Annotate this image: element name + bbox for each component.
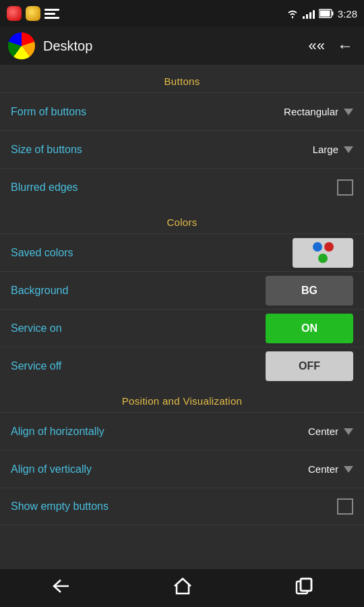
nav-back-icon — [51, 579, 70, 594]
service-off-button[interactable]: OFF — [266, 351, 353, 381]
form-dropdown-arrow — [344, 109, 353, 115]
blurred-edges-label: Blurred edges — [11, 181, 78, 194]
show-empty-buttons-row: Show empty buttons — [0, 488, 364, 525]
buttons-section-header: Buttons — [0, 65, 364, 92]
form-of-buttons-row: Form of buttons Rectangular — [0, 92, 364, 130]
align-v-dropdown-arrow — [344, 466, 353, 473]
color-dots — [311, 242, 335, 263]
service-off-label: Service off — [11, 360, 61, 372]
status-icons-left — [7, 6, 59, 21]
saved-colors-swatch[interactable] — [293, 238, 353, 268]
form-of-buttons-label: Form of buttons — [11, 106, 86, 118]
position-section-header: Position and Visualization — [0, 384, 364, 412]
status-time: 3:28 — [338, 8, 357, 20]
dot-red — [324, 242, 334, 252]
saved-colors-label: Saved colors — [11, 247, 73, 259]
size-of-buttons-row: Size of buttons Large — [0, 130, 364, 168]
saved-colors-row: Saved colors — [0, 233, 364, 271]
align-vertically-label: Align of vertically — [11, 463, 92, 475]
nav-home-button[interactable] — [160, 572, 206, 604]
content-area: Buttons Form of buttons Rectangular Size… — [0, 65, 364, 569]
show-empty-buttons-label: Show empty buttons — [11, 500, 109, 513]
dot-blue — [313, 242, 322, 252]
align-h-dropdown-arrow — [344, 428, 353, 435]
blurred-edges-row: Blurred edges — [0, 168, 364, 206]
align-vertically-value[interactable]: Center — [308, 463, 353, 475]
background-label: Background — [11, 285, 68, 297]
size-of-buttons-value[interactable]: Large — [313, 144, 353, 155]
service-on-row: Service on ON — [0, 309, 364, 347]
svg-rect-1 — [332, 11, 333, 16]
status-icons-right: 3:28 — [286, 8, 357, 20]
toolbar-title: Desktop — [43, 38, 306, 54]
nav-home-icon — [173, 577, 192, 595]
back-double-button[interactable]: «« — [306, 34, 328, 57]
svg-rect-5 — [301, 579, 311, 591]
app-logo — [8, 32, 35, 59]
size-of-buttons-label: Size of buttons — [11, 144, 82, 156]
navigation-bar — [0, 569, 364, 607]
align-horizontally-label: Align of horizontally — [11, 426, 104, 438]
align-horizontally-value[interactable]: Center — [308, 426, 353, 437]
show-empty-buttons-checkbox[interactable] — [337, 498, 353, 515]
toolbar-actions: «« ← — [306, 34, 356, 58]
status-bar: 3:28 — [0, 0, 364, 27]
background-button[interactable]: BG — [266, 276, 353, 306]
align-vertically-row: Align of vertically Center — [0, 450, 364, 488]
signal-icon — [303, 8, 315, 19]
nav-recents-button[interactable] — [282, 572, 326, 604]
service-on-button[interactable]: ON — [266, 314, 353, 343]
battery-icon — [319, 9, 334, 18]
service-off-row: Service off OFF — [0, 347, 364, 384]
svg-rect-2 — [320, 11, 330, 17]
app-icon-yellow — [26, 6, 40, 21]
blurred-edges-checkbox[interactable] — [337, 179, 353, 196]
service-on-label: Service on — [11, 322, 62, 335]
dot-green — [318, 254, 328, 263]
bars-icon — [44, 6, 59, 21]
app-icon-red — [7, 6, 22, 21]
background-row: Background BG — [0, 271, 364, 309]
nav-back-button[interactable] — [38, 573, 84, 603]
form-of-buttons-value[interactable]: Rectangular — [284, 106, 353, 117]
colors-section-header: Colors — [0, 206, 364, 233]
align-horizontally-row: Align of horizontally Center — [0, 412, 364, 450]
size-dropdown-arrow — [344, 146, 353, 153]
back-button[interactable]: ← — [334, 34, 356, 58]
wifi-icon — [286, 9, 299, 18]
toolbar: Desktop «« ← — [0, 27, 364, 65]
nav-recents-icon — [295, 577, 313, 595]
